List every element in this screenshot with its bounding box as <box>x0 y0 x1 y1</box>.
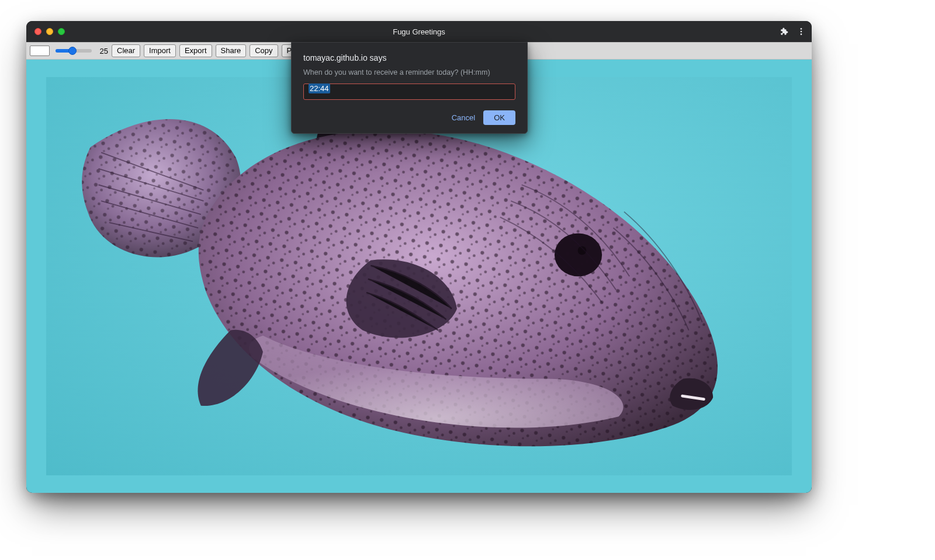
slider-thumb[interactable] <box>68 47 77 55</box>
clear-button[interactable]: Clear <box>112 44 140 57</box>
svg-point-9 <box>555 233 602 276</box>
window-maximize-button[interactable] <box>58 28 65 35</box>
title-bar: Fugu Greetings <box>26 21 812 42</box>
extensions-icon[interactable] <box>779 27 788 36</box>
window-close-button[interactable] <box>34 28 41 35</box>
export-button[interactable]: Export <box>179 44 212 57</box>
brush-size-slider[interactable] <box>56 49 92 53</box>
prompt-dialog: tomayac.github.io says When do you want … <box>291 42 528 134</box>
window-minimize-button[interactable] <box>46 28 53 35</box>
cancel-button[interactable]: Cancel <box>452 113 475 122</box>
stage: Fugu Greetings 25 Clear Import Export Sh… <box>0 0 935 560</box>
dialog-input-value: 22:44 <box>309 84 330 93</box>
window-title: Fugu Greetings <box>393 27 445 36</box>
dialog-message: When do you want to receive a reminder t… <box>303 68 515 76</box>
brush-size-value: 25 <box>98 47 108 55</box>
share-button[interactable]: Share <box>216 44 247 57</box>
dialog-input[interactable]: 22:44 <box>303 84 515 100</box>
app-window: Fugu Greetings 25 Clear Import Export Sh… <box>26 21 812 493</box>
dialog-button-row: Cancel OK <box>303 110 515 125</box>
import-button[interactable]: Import <box>144 44 176 57</box>
svg-point-0 <box>801 28 802 30</box>
dialog-origin: tomayac.github.io says <box>303 53 515 62</box>
color-picker[interactable] <box>30 46 50 56</box>
window-controls <box>34 28 65 35</box>
titlebar-right-group <box>779 27 806 36</box>
svg-point-1 <box>801 31 802 33</box>
copy-button[interactable]: Copy <box>250 44 278 57</box>
ok-button[interactable]: OK <box>483 110 515 125</box>
kebab-menu-icon[interactable] <box>797 27 806 36</box>
fish-image <box>46 77 792 476</box>
svg-point-2 <box>801 33 802 35</box>
